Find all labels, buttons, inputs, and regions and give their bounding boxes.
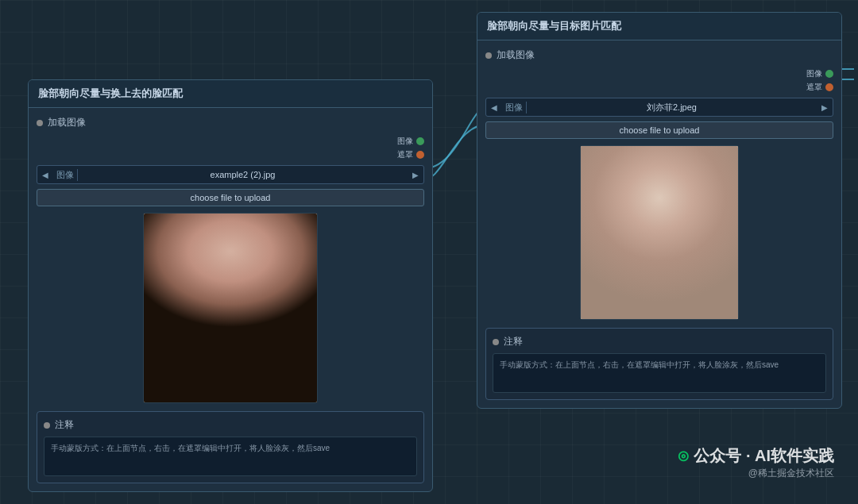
right-section-dot xyxy=(485,52,492,59)
svg-point-18 xyxy=(211,340,215,343)
left-output-row: 图像 遮罩 xyxy=(37,136,424,160)
svg-point-9 xyxy=(201,261,261,309)
svg-point-8 xyxy=(206,263,257,291)
svg-point-16 xyxy=(211,334,227,344)
left-note-dot xyxy=(44,422,50,429)
svg-point-31 xyxy=(666,225,678,233)
svg-point-10 xyxy=(234,255,257,287)
svg-rect-24 xyxy=(620,269,700,319)
svg-point-36 xyxy=(655,238,659,242)
svg-point-20 xyxy=(245,340,249,344)
svg-rect-22 xyxy=(581,241,738,319)
right-panel-title: 脸部朝向尽量与目标图片匹配 xyxy=(477,13,841,40)
right-mask-output: 遮罩 xyxy=(806,82,833,93)
right-note-title: 注释 xyxy=(493,335,826,348)
left-arrow-right[interactable]: ▶ xyxy=(408,171,423,179)
wechat-icon: ⊙ xyxy=(677,447,690,464)
right-node-panel: 脸部朝向尽量与目标图片匹配 加载图像 图像 遮罩 ◀ 图像 刘亦菲2.jpeg … xyxy=(477,12,842,409)
left-note-title: 注释 xyxy=(44,418,417,432)
watermark-main-text: ⊙ 公众号 · AI软件实践 xyxy=(677,445,834,467)
svg-point-26 xyxy=(628,197,692,267)
svg-point-15 xyxy=(217,330,245,343)
right-image-selector[interactable]: ◀ 图像 刘亦菲2.jpeg ▶ xyxy=(485,98,833,117)
left-load-image-label: 加载图像 xyxy=(37,116,424,129)
svg-point-23 xyxy=(616,257,704,319)
svg-rect-2 xyxy=(255,229,303,293)
right-image-dot xyxy=(825,70,833,78)
svg-point-29 xyxy=(633,205,687,262)
right-upload-button[interactable]: choose file to upload xyxy=(485,121,833,139)
svg-point-7 xyxy=(201,271,261,338)
left-note-section: 注释 手动蒙版方式：在上面节点，右击，在遮罩编辑中打开，将人脸涂灰，然后save xyxy=(37,411,424,483)
right-arrow-right[interactable]: ▶ xyxy=(817,103,833,112)
svg-rect-21 xyxy=(581,146,738,319)
left-image-output: 图像 xyxy=(397,136,424,147)
watermark: ⊙ 公众号 · AI软件实践 @稀土掘金技术社区 xyxy=(677,445,834,480)
left-panel-title: 脸部朝向尽量与换上去的脸匹配 xyxy=(29,80,432,108)
left-arrow-left[interactable]: ◀ xyxy=(37,171,53,179)
svg-point-12 xyxy=(238,302,246,307)
left-mask-dot xyxy=(416,151,424,159)
left-mask-output: 遮罩 xyxy=(397,149,424,160)
svg-rect-3 xyxy=(257,232,300,290)
svg-point-19 xyxy=(215,342,220,345)
left-image-selector[interactable]: ◀ 图像 example2 (2).jpg ▶ xyxy=(37,165,424,184)
svg-point-32 xyxy=(644,226,652,233)
left-section-dot xyxy=(37,120,43,126)
right-photo-image xyxy=(581,146,738,319)
svg-point-11 xyxy=(216,302,224,307)
svg-point-35 xyxy=(669,228,672,230)
right-load-image-label: 加载图像 xyxy=(485,48,833,62)
right-photo-area xyxy=(580,145,739,320)
watermark-sub-text: @稀土掘金技术社区 xyxy=(677,467,834,480)
svg-point-27 xyxy=(627,190,694,221)
svg-point-4 xyxy=(184,333,279,402)
svg-point-13 xyxy=(217,302,223,306)
left-image-dot xyxy=(416,137,424,145)
svg-point-34 xyxy=(645,228,648,230)
left-note-text: 手动蒙版方式：在上面节点，右击，在遮罩编辑中打开，将人脸涂灰，然后save xyxy=(44,437,417,476)
svg-point-38 xyxy=(630,235,646,244)
right-output-row: 图像 遮罩 xyxy=(485,68,833,93)
svg-point-33 xyxy=(668,226,676,233)
left-photo-area xyxy=(143,213,318,403)
svg-rect-25 xyxy=(651,245,670,275)
right-note-section: 注释 手动蒙版方式：在上面节点，右击，在遮罩编辑中打开，将人脸涂灰，然后save xyxy=(485,328,833,400)
svg-rect-1 xyxy=(144,325,317,402)
svg-rect-5 xyxy=(187,340,275,402)
right-mask-dot xyxy=(825,83,833,91)
svg-point-17 xyxy=(235,333,251,342)
svg-point-28 xyxy=(625,190,695,241)
right-note-dot xyxy=(493,339,499,345)
left-node-panel: 脸部朝向尽量与换上去的脸匹配 加载图像 图像 遮罩 ◀ 图像 example2 … xyxy=(28,79,433,492)
left-photo-image xyxy=(144,214,317,402)
svg-point-37 xyxy=(663,238,667,242)
svg-rect-6 xyxy=(222,317,241,348)
right-image-output: 图像 xyxy=(806,68,833,79)
svg-point-14 xyxy=(239,302,245,306)
svg-point-30 xyxy=(642,225,655,233)
svg-rect-0 xyxy=(144,214,317,402)
right-arrow-left[interactable]: ◀ xyxy=(486,103,502,112)
right-note-text: 手动蒙版方式：在上面节点，右击，在遮罩编辑中打开，将人脸涂灰，然后save xyxy=(493,353,826,393)
left-upload-button[interactable]: choose file to upload xyxy=(37,189,424,206)
svg-point-39 xyxy=(674,235,690,244)
